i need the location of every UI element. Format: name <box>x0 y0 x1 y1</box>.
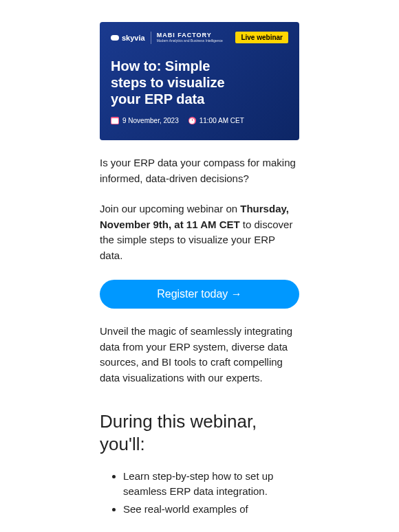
live-webinar-badge: Live webinar <box>235 32 288 43</box>
mabi-logo: MABI FACTORY Modern Analytics and Busine… <box>157 32 223 43</box>
hero-top-row: skyvia MABI FACTORY Modern Analytics and… <box>111 32 288 44</box>
intro-p2-pre: Join our upcoming webinar on <box>100 203 240 214</box>
hero-title: How to: Simple steps to visualize your E… <box>111 58 248 107</box>
date-meta: 9 November, 2023 <box>111 117 179 124</box>
brand-row: skyvia MABI FACTORY Modern Analytics and… <box>111 32 223 44</box>
paragraph-unveil: Unveil the magic of seamlessly integrati… <box>100 324 299 386</box>
mabi-subtitle: Modern Analytics and Business Intelligen… <box>157 39 223 43</box>
intro-paragraph-2: Join our upcoming webinar on Thursday, N… <box>100 201 299 263</box>
list-item: Learn step-by-step how to set up seamles… <box>123 469 299 499</box>
time-meta: 11:00 AM CET <box>188 117 244 124</box>
skyvia-logo: skyvia <box>111 34 145 42</box>
list-item: See real-world examples of <box>123 502 299 517</box>
email-container: skyvia MABI FACTORY Modern Analytics and… <box>100 0 299 516</box>
date-text: 9 November, 2023 <box>122 117 179 124</box>
hero-meta: 9 November, 2023 11:00 AM CET <box>111 117 288 124</box>
register-button[interactable]: Register today → <box>100 280 299 309</box>
section-heading: During this webinar, you'll: <box>100 410 299 455</box>
skyvia-text: skyvia <box>122 34 145 42</box>
intro-paragraph-1: Is your ERP data your compass for making… <box>100 155 299 186</box>
brand-divider <box>151 32 151 44</box>
time-text: 11:00 AM CET <box>200 117 244 124</box>
bullet-list: Learn step-by-step how to set up seamles… <box>100 469 299 516</box>
cloud-icon <box>111 35 119 41</box>
hero-banner: skyvia MABI FACTORY Modern Analytics and… <box>100 22 299 140</box>
clock-icon <box>188 117 196 124</box>
calendar-icon <box>111 117 119 124</box>
